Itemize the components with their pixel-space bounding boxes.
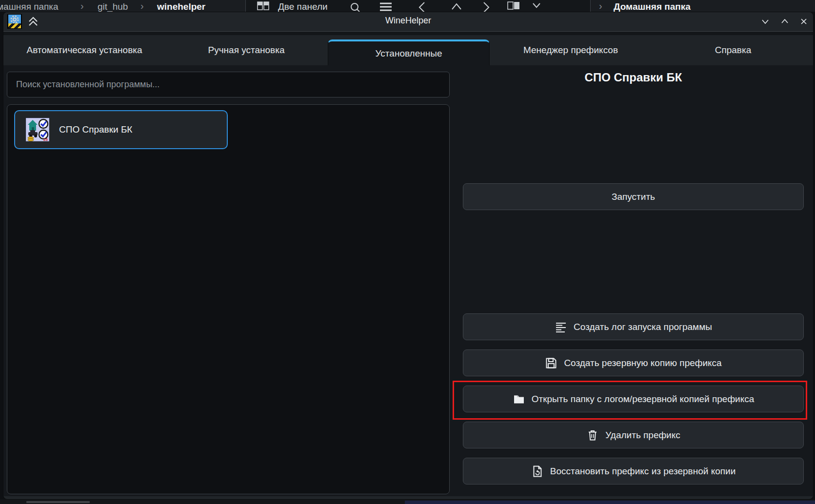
back-arrow-icon[interactable] xyxy=(417,1,426,12)
background-statusbar xyxy=(0,500,815,504)
breadcrumb-chevron-icon: › xyxy=(140,0,144,12)
save-icon xyxy=(545,357,557,369)
log-icon xyxy=(555,321,567,333)
chevron-down-icon[interactable] xyxy=(532,1,541,9)
tab-bar: Автоматическая установка Ручная установк… xyxy=(3,35,813,65)
breadcrumb-home-folder[interactable]: Домашняя папка xyxy=(614,1,691,12)
breadcrumb-chevron-icon: › xyxy=(80,0,84,12)
trash-icon xyxy=(586,429,599,442)
breadcrumb-current-winehelper[interactable]: winehelper xyxy=(157,1,205,12)
statusbar-selection-bar xyxy=(405,501,815,504)
list-item-spo-spravki-bk[interactable]: 25 СПО Справки БК xyxy=(14,110,228,149)
create-log-label: Создать лог запуска программы xyxy=(574,322,712,332)
statusbar-text-cut xyxy=(26,501,90,503)
tab-manual-install[interactable]: Ручная установка xyxy=(165,35,327,65)
program-name: СПО Справки БК xyxy=(59,124,132,135)
titlebar-separator xyxy=(3,31,813,35)
tab-auto-install[interactable]: Автоматическая установка xyxy=(3,35,165,65)
forward-arrow-icon[interactable] xyxy=(482,1,491,12)
restore-icon xyxy=(531,465,544,478)
toolbar-divider xyxy=(245,0,246,12)
dual-pane-label[interactable]: Две панели xyxy=(278,1,328,12)
search-icon[interactable] xyxy=(349,1,361,12)
open-folder-label: Открыть папку с логом/резервной копией п… xyxy=(532,394,755,405)
run-button-label: Запустить xyxy=(612,192,655,202)
restore-prefix-button[interactable]: Восстановить префикс из резервной копии xyxy=(463,458,804,485)
breadcrumb-chevron-icon: › xyxy=(599,0,602,12)
breadcrumb-parent-folder[interactable]: машняя папка xyxy=(0,1,59,12)
folder-icon xyxy=(513,393,525,406)
maximize-button[interactable] xyxy=(780,17,791,27)
dual-pane-icon[interactable] xyxy=(257,1,270,11)
open-folder-button[interactable]: Открыть папку с логом/резервной копией п… xyxy=(463,386,804,412)
installed-programs-list: 25 СПО Справки БК xyxy=(7,104,450,494)
background-file-manager-toolbar: машняя папка › git_hub › winehelper Две … xyxy=(0,0,815,12)
titlebar[interactable]: WineHelper xyxy=(3,12,813,31)
icon-badge: 25 xyxy=(43,137,48,141)
delete-prefix-button[interactable]: Удалить префикс xyxy=(463,422,804,448)
tab-prefix-manager[interactable]: Менеджер префиксов xyxy=(490,35,652,65)
tab-help[interactable]: Справка xyxy=(652,35,814,65)
hamburger-menu-icon[interactable] xyxy=(379,1,393,12)
create-log-button[interactable]: Создать лог запуска программы xyxy=(463,313,804,340)
search-input[interactable] xyxy=(7,72,450,97)
backup-prefix-button[interactable]: Создать резервную копию префикса xyxy=(463,349,804,376)
split-view-icon[interactable] xyxy=(507,1,520,11)
installed-tab-content: 25 СПО Справки БК СПО Справки БК Запусти… xyxy=(3,65,813,496)
selected-program-title: СПО Справки БК xyxy=(463,71,804,92)
delete-prefix-label: Удалить префикс xyxy=(605,430,680,441)
window-title: WineHelper xyxy=(3,16,813,26)
restore-prefix-label: Восстановить префикс из резервной копии xyxy=(550,466,736,477)
tab-installed[interactable]: Установленные xyxy=(328,39,490,65)
program-icon: 25 xyxy=(26,118,49,141)
up-arrow-icon[interactable] xyxy=(451,1,462,11)
breadcrumb-git-hub[interactable]: git_hub xyxy=(98,1,128,12)
run-button[interactable]: Запустить xyxy=(463,183,804,210)
minimize-button[interactable] xyxy=(760,17,771,27)
close-button[interactable] xyxy=(799,17,810,27)
winehelper-window: WineHelper Автоматическая установка Ручн… xyxy=(3,12,814,500)
backup-prefix-label: Создать резервную копию префикса xyxy=(564,358,721,368)
pane-divider xyxy=(590,0,591,12)
